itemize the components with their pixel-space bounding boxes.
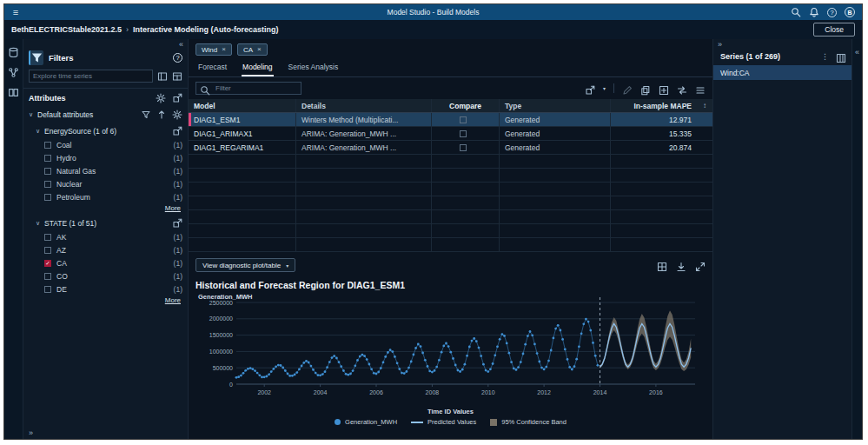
compare-checkbox[interactable] <box>460 130 467 137</box>
notifications-bell-icon[interactable] <box>809 7 819 17</box>
compare-models-icon[interactable] <box>677 83 687 94</box>
add-model-icon[interactable] <box>659 83 669 94</box>
checkbox[interactable] <box>44 286 51 293</box>
tab-forecast[interactable]: Forecast <box>197 61 228 76</box>
pipelines-icon[interactable] <box>8 66 19 77</box>
copy-model-icon[interactable] <box>640 83 651 94</box>
download-icon[interactable] <box>676 260 686 270</box>
chart-options-icon[interactable] <box>157 71 168 82</box>
series-list-item-selected[interactable]: Wind:CA <box>713 65 851 80</box>
column-header-model[interactable]: Model <box>189 99 296 112</box>
series-columns-icon[interactable] <box>836 51 846 62</box>
attribute-item[interactable]: AZ(1) <box>29 243 182 256</box>
attribute-item[interactable]: Petroleum(1) <box>29 190 182 203</box>
filters-help-icon[interactable]: ? <box>173 53 182 63</box>
checkbox[interactable] <box>44 234 51 241</box>
more-link[interactable]: More <box>165 204 181 212</box>
default-attributes-node[interactable]: ∨ Default attributes <box>29 107 182 123</box>
table-options-icon[interactable] <box>172 71 182 82</box>
collapse-panel-icon[interactable]: « <box>179 40 183 50</box>
compare-checkbox[interactable] <box>460 144 467 151</box>
export-icon[interactable] <box>585 83 595 94</box>
column-header-details[interactable]: Details <box>296 99 432 112</box>
checkbox[interactable] <box>44 181 51 188</box>
attribute-item[interactable]: Hydro(1) <box>29 151 182 164</box>
group-export-icon[interactable] <box>172 126 182 136</box>
attribute-item-label: AZ <box>56 246 174 255</box>
view-diagnostic-button[interactable]: View diagnostic plot/table ▾ <box>195 258 295 272</box>
attribute-item[interactable]: Natural Gas(1) <box>29 164 182 177</box>
more-link[interactable]: More <box>165 296 181 304</box>
checkbox[interactable] <box>44 168 51 175</box>
hamburger-menu-icon[interactable]: ≡ <box>4 4 27 20</box>
model-table-row[interactable]: DIAG1_REGARIMA1ARIMA: Generation_MWH ...… <box>189 141 712 155</box>
attribute-item[interactable]: CO(1) <box>29 269 182 282</box>
group-export-icon[interactable] <box>172 218 182 229</box>
toolbar-divider <box>613 83 614 93</box>
model-table-row[interactable]: DIAG1_ESM1Winters Method (Multiplicati..… <box>189 113 712 127</box>
breadcrumb-page-title: Interactive Modeling (Auto-forecasting) <box>133 25 279 34</box>
collapse-caret-icon[interactable]: ∨ <box>29 111 37 118</box>
column-header-compare[interactable]: Compare <box>432 99 500 112</box>
svg-text:2010: 2010 <box>481 389 495 395</box>
collapse-caret-icon[interactable]: ∨ <box>36 220 44 227</box>
expand-series-panel-icon[interactable]: » <box>718 40 722 50</box>
help-icon[interactable]: ? <box>827 8 837 17</box>
attribute-item-label: CO <box>56 272 174 281</box>
chip-remove-icon[interactable]: × <box>257 46 262 53</box>
attribute-item[interactable]: ✓CA(1) <box>29 256 182 269</box>
export-caret-icon[interactable]: ▾ <box>603 85 606 91</box>
attribute-group-header[interactable]: ∨EnergySource (1 of 6) <box>29 123 182 138</box>
tab-series-analysis[interactable]: Series Analysis <box>288 61 340 76</box>
series-title: Series (1 of 269) <box>720 52 821 61</box>
pipeline-comparison-icon[interactable] <box>8 86 19 97</box>
maximize-icon[interactable] <box>695 260 706 270</box>
explore-time-series-input[interactable] <box>29 70 153 83</box>
checkbox[interactable] <box>44 247 51 254</box>
chip-remove-icon[interactable]: × <box>222 46 226 53</box>
collapse-right-rail-icon[interactable]: « <box>855 48 859 56</box>
breadcrumb-project[interactable]: BethELECTRICStable2021.2.5 <box>11 25 122 34</box>
filter-chip[interactable]: CA× <box>237 43 268 56</box>
checkbox[interactable] <box>44 194 51 201</box>
attribute-item[interactable]: AK(1) <box>29 230 182 243</box>
user-avatar[interactable]: B <box>845 7 855 17</box>
expand-bottom-panel-icon[interactable]: » <box>29 428 33 437</box>
search-icon[interactable] <box>791 7 801 17</box>
filter-small-icon[interactable] <box>141 110 151 120</box>
attribute-item-label: DE <box>56 285 174 294</box>
tree-gear-icon[interactable] <box>172 110 182 120</box>
close-button[interactable]: Close <box>813 23 855 37</box>
filter-funnel-icon[interactable] <box>29 50 43 65</box>
checkbox[interactable] <box>44 273 51 280</box>
filter-chip[interactable]: Wind× <box>195 43 232 56</box>
attribute-item[interactable]: DE(1) <box>29 282 182 296</box>
grid-view-icon[interactable] <box>657 260 667 270</box>
collapse-caret-icon[interactable]: ∨ <box>36 128 44 135</box>
model-table-row[interactable]: DIAG1_ARIMAX1ARIMA: Generation_MWH ...Ge… <box>189 127 712 141</box>
checkbox[interactable] <box>44 142 51 149</box>
model-mape-cell: 12.971 <box>611 113 697 126</box>
edit-model-icon[interactable] <box>622 83 633 94</box>
attributes-export-icon[interactable] <box>172 93 182 103</box>
attribute-item[interactable]: Coal(1) <box>29 138 182 151</box>
attribute-item[interactable]: Nuclear(1) <box>29 177 182 190</box>
checkbox[interactable] <box>44 155 51 162</box>
table-sort-icon[interactable]: ↕ <box>697 99 712 112</box>
topbar-actions: ? B <box>791 7 862 17</box>
svg-text:2014: 2014 <box>593 389 606 395</box>
tab-modeling[interactable]: Modeling <box>242 61 274 76</box>
column-header-in-sample-mape[interactable]: In-sample MAPE <box>611 99 697 112</box>
assessment-list-icon[interactable] <box>695 83 706 94</box>
x-axis-label: Time ID Values <box>196 408 706 415</box>
table-filter-input[interactable] <box>214 83 297 93</box>
attribute-group-header[interactable]: ∨STATE (1 of 51) <box>29 215 182 230</box>
series-menu-icon[interactable]: ⋮ <box>821 52 829 61</box>
data-icon[interactable] <box>8 46 19 57</box>
column-header-type[interactable]: Type <box>500 99 611 112</box>
models-table: ModelDetailsCompareTypeIn-sample MAPE↕ D… <box>189 99 712 252</box>
checkbox[interactable]: ✓ <box>44 260 51 267</box>
sort-ascending-icon[interactable] <box>156 110 167 120</box>
attributes-gear-icon[interactable] <box>156 93 166 103</box>
compare-checkbox[interactable] <box>460 116 467 123</box>
